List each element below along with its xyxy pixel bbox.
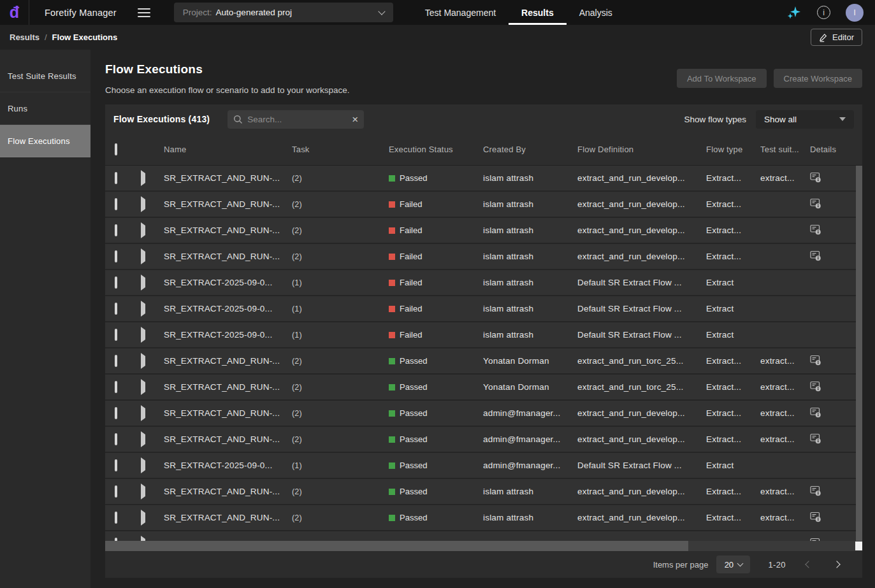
tab-test-management[interactable]: Test Management	[412, 0, 509, 25]
details-button[interactable]	[810, 381, 821, 392]
info-icon[interactable]: i	[817, 6, 830, 19]
app-logo[interactable]: đ	[0, 0, 29, 25]
row-name: SR_EXTRACT_AND_RUN-...	[164, 434, 292, 444]
details-button[interactable]	[810, 172, 821, 183]
project-selector[interactable]: Project: Auto-generated proj	[174, 3, 393, 22]
breadcrumb-results[interactable]: Results	[10, 32, 40, 42]
row-checkbox[interactable]	[115, 303, 117, 315]
row-status: Passed	[389, 461, 483, 470]
details-button[interactable]	[810, 355, 821, 366]
status-label: Failed	[400, 199, 422, 209]
details-button[interactable]	[810, 485, 821, 496]
table-row: SR_EXTRACT_AND_RUN-... (2) Passed islam …	[105, 479, 862, 505]
details-button[interactable]	[810, 198, 821, 209]
tab-results[interactable]: Results	[509, 0, 567, 25]
sparkle-ai-icon[interactable]	[786, 4, 802, 20]
previous-page-button[interactable]	[795, 556, 823, 573]
row-checkbox[interactable]	[115, 355, 117, 367]
details-button[interactable]	[810, 512, 821, 522]
expand-row-icon[interactable]	[141, 222, 145, 238]
flow-type-select[interactable]: Show all	[756, 110, 854, 129]
row-flow-type: Extract	[706, 304, 760, 313]
row-checkbox[interactable]	[115, 459, 117, 471]
page-range: 1-20	[768, 560, 786, 570]
status-label: Failed	[400, 226, 422, 235]
sidebar-item-runs[interactable]: Runs	[0, 92, 90, 125]
next-page-button[interactable]	[823, 556, 851, 573]
filter-value: Show all	[764, 115, 797, 124]
row-task: (1)	[292, 461, 389, 470]
expand-row-icon[interactable]	[141, 196, 145, 212]
col-flow-definition: Flow Definition	[577, 145, 706, 154]
row-name: SR_EXTRACT_AND_RUN-...	[164, 226, 292, 235]
expand-row-icon[interactable]	[141, 379, 145, 395]
row-name: SR_EXTRACT-2025-09-0...	[164, 278, 292, 287]
expand-row-icon[interactable]	[141, 484, 145, 499]
row-checkbox[interactable]	[115, 198, 117, 210]
row-checkbox[interactable]	[115, 512, 117, 524]
user-avatar[interactable]: I	[846, 4, 864, 22]
add-to-workspace-button[interactable]: Add To Workspace	[677, 69, 767, 88]
row-checkbox[interactable]	[115, 224, 117, 236]
expand-row-icon[interactable]	[141, 301, 145, 317]
row-task: (2)	[292, 357, 389, 366]
chevron-right-icon	[833, 561, 840, 568]
expand-row-icon[interactable]	[141, 248, 145, 264]
table-row: SR_EXTRACT_AND_RUN-... (2) Failed islam …	[105, 218, 862, 244]
row-task: (1)	[292, 331, 389, 340]
create-workspace-button[interactable]: Create Workspace	[774, 69, 862, 88]
status-dot	[389, 332, 395, 338]
row-checkbox[interactable]	[115, 276, 117, 289]
expand-row-icon[interactable]	[141, 405, 145, 421]
pagination-bar: Items per page 20 1-20	[105, 551, 862, 578]
row-checkbox[interactable]	[115, 250, 117, 262]
tab-analysis[interactable]: Analysis	[567, 0, 625, 25]
status-label: Passed	[400, 173, 427, 183]
row-checkbox[interactable]	[115, 407, 117, 419]
vertical-scrollbar[interactable]	[856, 166, 862, 541]
expand-row-icon[interactable]	[141, 170, 145, 186]
clear-search-icon[interactable]: ×	[352, 114, 358, 125]
details-button[interactable]	[810, 224, 821, 235]
expand-row-icon[interactable]	[141, 457, 145, 473]
horizontal-scrollbar-thumb[interactable]	[105, 541, 688, 551]
chevron-left-icon	[805, 561, 812, 568]
horizontal-scrollbar[interactable]	[105, 541, 862, 551]
row-checkbox[interactable]	[115, 329, 117, 341]
search-input[interactable]	[247, 115, 347, 124]
row-created-by: admin@fmanager...	[483, 408, 577, 418]
chevron-down-icon	[378, 8, 385, 15]
row-checkbox[interactable]	[115, 381, 117, 393]
items-per-page-select[interactable]: 20	[716, 556, 750, 573]
status-dot	[389, 254, 395, 260]
status-dot	[389, 410, 395, 417]
row-flow-definition: extract_and_run_develop...	[577, 408, 706, 418]
status-dot	[389, 489, 395, 495]
editor-button[interactable]: Editor	[811, 29, 862, 46]
select-all-checkbox[interactable]	[115, 143, 117, 155]
breadcrumb-separator: /	[45, 32, 47, 42]
sidebar-item-flow-executions[interactable]: Flow Executions	[0, 125, 90, 157]
expand-row-icon[interactable]	[141, 431, 145, 447]
row-created-by: Yonatan Dorman	[483, 382, 577, 392]
details-button[interactable]	[810, 250, 821, 261]
hamburger-menu-icon[interactable]	[138, 8, 150, 17]
row-checkbox[interactable]	[115, 433, 117, 445]
row-checkbox[interactable]	[115, 485, 117, 498]
expand-row-icon[interactable]	[141, 536, 145, 541]
details-info-icon	[810, 358, 821, 368]
expand-row-icon[interactable]	[141, 275, 145, 290]
expand-row-icon[interactable]	[141, 353, 145, 369]
sidebar-item-test-suite-results[interactable]: Test Suite Results	[0, 60, 90, 92]
caret-down-icon	[839, 117, 846, 121]
row-created-by: admin@fmanager...	[483, 461, 577, 470]
col-name: Name	[164, 145, 292, 154]
row-flow-type: Extract...	[706, 226, 760, 235]
details-button[interactable]	[810, 433, 821, 444]
expand-row-icon[interactable]	[141, 327, 145, 343]
vertical-scrollbar-thumb[interactable]	[856, 166, 862, 541]
expand-row-icon[interactable]	[141, 510, 145, 526]
details-button[interactable]	[810, 407, 821, 418]
breadcrumb-current: Flow Executions	[52, 32, 118, 42]
row-checkbox[interactable]	[115, 172, 117, 184]
